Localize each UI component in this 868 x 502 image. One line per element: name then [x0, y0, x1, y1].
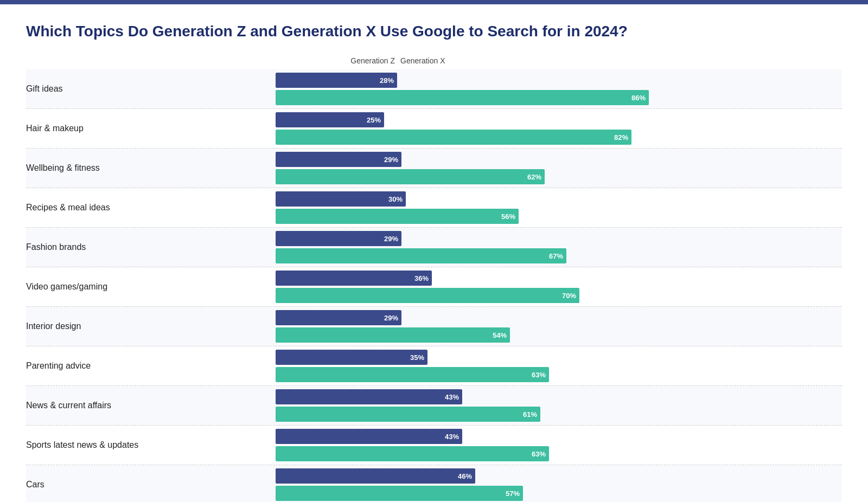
bar-row-gen-z: 43%: [276, 389, 842, 404]
bar-gen-z: 36%: [276, 271, 432, 286]
bars-group: 29%54%: [276, 307, 842, 346]
bar-row-gen-z: 28%: [276, 73, 842, 88]
bars-group: 28%86%: [276, 69, 842, 108]
bars-group: 35%63%: [276, 346, 842, 385]
chart-row: Hair & makeup25%82%: [26, 109, 842, 149]
chart-row: Interior design29%54%: [26, 307, 842, 346]
bars-group: 43%61%: [276, 386, 842, 425]
bars-group: 43%63%: [276, 426, 842, 465]
bar-gen-z: 43%: [276, 389, 462, 404]
bars-group: 29%67%: [276, 228, 842, 267]
bar-gen-z: 46%: [276, 468, 475, 484]
chart-row: Cars46%57%: [26, 465, 842, 502]
bar-gen-x: 63%: [276, 367, 549, 382]
chart-row: Parenting advice35%63%: [26, 346, 842, 386]
bar-row-gen-z: 43%: [276, 429, 842, 444]
bars-group: 36%70%: [276, 267, 842, 306]
bar-gen-x: 61%: [276, 407, 540, 422]
bar-row-gen-x: 67%: [276, 248, 842, 263]
row-label: Parenting advice: [26, 357, 276, 375]
row-label: Wellbeing & fitness: [26, 159, 276, 177]
bar-gen-x: 70%: [276, 288, 579, 303]
bar-row-gen-z: 35%: [276, 350, 842, 365]
bar-row-gen-x: 86%: [276, 90, 842, 105]
legend-labels: Generation Z Generation X: [276, 56, 514, 65]
row-label: Cars: [26, 475, 276, 494]
bar-gen-x: 56%: [276, 209, 519, 224]
legend-row: Generation Z Generation X: [26, 56, 842, 65]
bars-group: 25%82%: [276, 109, 842, 148]
bar-row-gen-x: 62%: [276, 169, 842, 184]
bar-gen-x: 54%: [276, 327, 510, 343]
chart-title: Which Topics Do Generation Z and Generat…: [26, 22, 842, 41]
row-label: News & current affairs: [26, 396, 276, 415]
bar-row-gen-x: 54%: [276, 327, 842, 343]
bar-row-gen-x: 63%: [276, 446, 842, 461]
bar-row-gen-x: 63%: [276, 367, 842, 382]
bar-row-gen-z: 30%: [276, 191, 842, 207]
legend-gen-z: Generation Z: [276, 56, 395, 65]
bar-row-gen-z: 29%: [276, 152, 842, 167]
bar-row-gen-z: 25%: [276, 112, 842, 127]
row-label: Recipes & meal ideas: [26, 198, 276, 217]
bar-gen-x: 67%: [276, 248, 566, 263]
bars-group: 30%56%: [276, 188, 842, 227]
bar-row-gen-x: 56%: [276, 209, 842, 224]
bar-gen-x: 86%: [276, 90, 649, 105]
chart-row: Video games/gaming36%70%: [26, 267, 842, 307]
chart-row: Sports latest news & updates43%63%: [26, 426, 842, 465]
row-label: Hair & makeup: [26, 119, 276, 138]
bar-row-gen-x: 70%: [276, 288, 842, 303]
bars-group: 46%57%: [276, 465, 842, 502]
bar-gen-z: 30%: [276, 191, 406, 207]
row-label: Video games/gaming: [26, 278, 276, 296]
row-label: Gift ideas: [26, 80, 276, 98]
row-label: Sports latest news & updates: [26, 436, 276, 454]
bar-gen-z: 29%: [276, 231, 401, 246]
chart-row: News & current affairs43%61%: [26, 386, 842, 426]
bar-gen-z: 29%: [276, 310, 401, 325]
bar-gen-z: 43%: [276, 429, 462, 444]
bars-group: 29%62%: [276, 149, 842, 188]
bar-gen-z: 35%: [276, 350, 427, 365]
row-label: Interior design: [26, 317, 276, 336]
top-bar: [0, 0, 868, 4]
bar-row-gen-x: 61%: [276, 407, 842, 422]
chart-row: Gift ideas28%86%: [26, 69, 842, 109]
chart-area: Gift ideas28%86%Hair & makeup25%82%Wellb…: [26, 69, 842, 502]
bar-gen-x: 82%: [276, 130, 631, 145]
bar-row-gen-x: 57%: [276, 486, 842, 501]
bar-gen-x: 63%: [276, 446, 549, 461]
bar-gen-z: 28%: [276, 73, 397, 88]
main-container: Which Topics Do Generation Z and Generat…: [0, 4, 868, 502]
legend-gen-x: Generation X: [395, 56, 514, 65]
bar-row-gen-z: 29%: [276, 231, 842, 246]
row-label: Fashion brands: [26, 238, 276, 256]
bar-row-gen-z: 29%: [276, 310, 842, 325]
bar-row-gen-z: 36%: [276, 271, 842, 286]
bar-row-gen-z: 46%: [276, 468, 842, 484]
bar-gen-x: 62%: [276, 169, 545, 184]
bar-gen-z: 29%: [276, 152, 401, 167]
bar-row-gen-x: 82%: [276, 130, 842, 145]
bar-gen-x: 57%: [276, 486, 523, 501]
chart-row: Wellbeing & fitness29%62%: [26, 149, 842, 188]
chart-row: Recipes & meal ideas30%56%: [26, 188, 842, 228]
chart-row: Fashion brands29%67%: [26, 228, 842, 267]
bar-gen-z: 25%: [276, 112, 384, 127]
